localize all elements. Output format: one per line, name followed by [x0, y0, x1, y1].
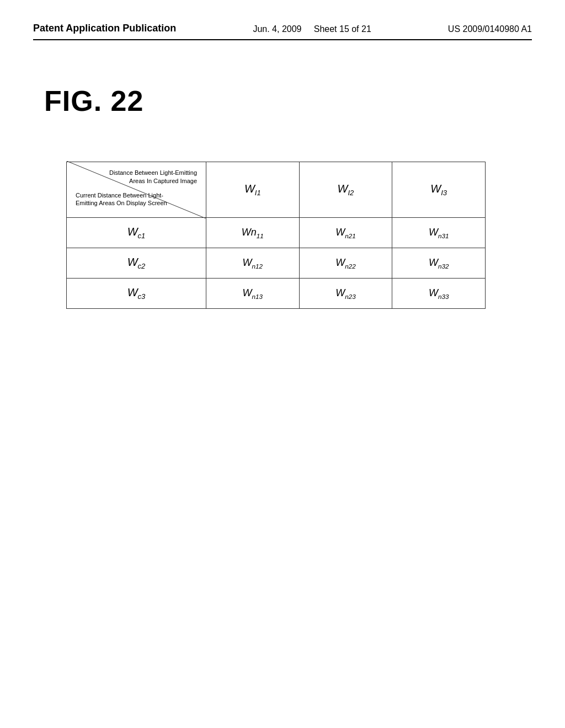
row-header-2: Wc2	[67, 248, 206, 279]
table-row-3: Wc3 Wn13 Wn23 Wn33	[67, 279, 486, 309]
cell-n33: Wn33	[392, 279, 486, 309]
data-table: Distance Between Light-EmittingAreas In …	[66, 162, 486, 309]
header-top-label: Distance Between Light-EmittingAreas In …	[73, 168, 199, 185]
row-header-3: Wc3	[67, 279, 206, 309]
sheet-number: Sheet 15 of 21	[314, 24, 371, 34]
cell-n23: Wn23	[299, 279, 392, 309]
figure-label: FIG. 22	[44, 84, 532, 117]
table-row-2: Wc2 Wn12 Wn22 Wn32	[67, 248, 486, 279]
publication-title: Patent Application Publication	[33, 22, 176, 35]
cell-n11: Wn11	[206, 218, 300, 248]
col-header-3: WI3	[392, 162, 486, 218]
publication-date-sheet: Jun. 4, 2009 Sheet 15 of 21	[253, 22, 371, 34]
publication-date: Jun. 4, 2009	[253, 24, 301, 34]
page-header: Patent Application Publication Jun. 4, 2…	[33, 22, 532, 40]
cell-n31: Wn31	[392, 218, 486, 248]
cell-n32: Wn32	[392, 248, 486, 279]
cell-n21: Wn21	[299, 218, 392, 248]
col-header-1: WI1	[206, 162, 300, 218]
col-header-2: WI2	[299, 162, 392, 218]
cell-n12: Wn12	[206, 248, 300, 279]
cell-n22: Wn22	[299, 248, 392, 279]
row-header-1: Wc1	[67, 218, 206, 248]
table-header-row: Distance Between Light-EmittingAreas In …	[67, 162, 486, 218]
diagonal-header-cell: Distance Between Light-EmittingAreas In …	[67, 162, 206, 218]
page-container: Patent Application Publication Jun. 4, 2…	[0, 0, 565, 728]
table-container: Distance Between Light-EmittingAreas In …	[66, 162, 510, 309]
cell-n13: Wn13	[206, 279, 300, 309]
table-row-1: Wc1 Wn11 Wn21 Wn31	[67, 218, 486, 248]
patent-number: US 2009/0140980 A1	[448, 22, 532, 34]
header-bottom-label: Current Distance Between Light-Emitting …	[73, 185, 199, 207]
